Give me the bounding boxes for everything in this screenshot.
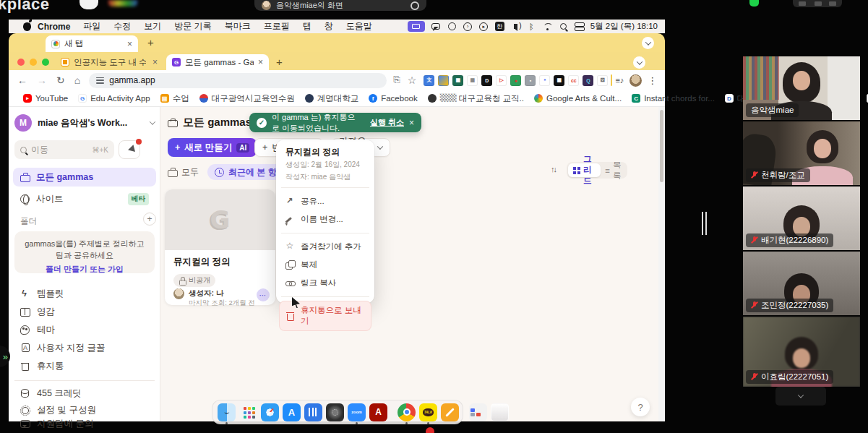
bookmark-facebook[interactable]: fFacebook (369, 94, 418, 103)
sidebar-item-settings-members[interactable]: 설정 및 구성원 (20, 404, 96, 416)
reload-button[interactable]: ↻ (56, 74, 65, 86)
chrome-icon[interactable] (398, 403, 416, 421)
wifi-icon[interactable] (543, 22, 552, 31)
translate-extension-icon[interactable]: 文 (424, 75, 434, 86)
bookmark-arts-culture[interactable]: Google Arts & Cult... (534, 94, 622, 103)
menubar-app-name[interactable]: Chrome (31, 22, 77, 32)
extensions-puzzle-icon[interactable]: ⚄ (597, 75, 608, 86)
bluetooth-icon[interactable]: ᛒ (527, 22, 536, 31)
chat-status-icon[interactable] (431, 22, 441, 31)
menu-view[interactable]: 보기 (137, 20, 168, 33)
bookmark-daegu-edu[interactable]: 대구광역시교육연수원 (199, 93, 295, 104)
bookmark-class[interactable]: ▤수업 (160, 93, 189, 104)
profile-avatar[interactable] (629, 74, 642, 87)
q-purple-extension-icon[interactable]: Q (583, 75, 593, 86)
background-tab-new-tab[interactable]: 새 탭 × (46, 35, 138, 52)
grid-view-button[interactable]: 그리드 (568, 163, 601, 177)
volume-icon[interactable] (511, 22, 520, 31)
participant-video-1[interactable]: 음악샘miae (743, 56, 860, 120)
sidebar-item-custom-fonts[interactable]: 사용자 지정 글꼴 (20, 342, 105, 354)
back-button[interactable]: ← (17, 74, 27, 86)
create-new-button[interactable]: + 새로 만들기 AI (168, 138, 257, 157)
screen-share-menubar-icon[interactable] (408, 21, 425, 32)
menu-item-duplicate[interactable]: 복제 (280, 256, 371, 274)
sort-icon[interactable]: ↑↓ (551, 165, 556, 173)
send-to-device-icon[interactable]: ⎘ (393, 74, 400, 86)
app-store-icon[interactable]: A (283, 403, 301, 421)
play-status-icon[interactable]: ▸ (479, 22, 489, 31)
kakaotalk-icon[interactable]: TALK (419, 403, 437, 421)
sidebar-item-all-gammas[interactable]: 모든 gammas (13, 168, 156, 187)
sidebar-item-inspiration[interactable]: 영감 (20, 306, 55, 318)
drive-extension-icon[interactable] (438, 75, 449, 86)
undo-link[interactable]: 실행 취소 (370, 117, 404, 128)
qr-code-extension-icon[interactable]: ▦ (554, 75, 564, 86)
bookmark-star-icon[interactable]: ☆ (408, 74, 417, 86)
announcements-button[interactable] (119, 140, 140, 159)
participant-video-5[interactable]: 이효림(22227051) (743, 317, 860, 387)
gamma-card-musical-definition[interactable]: G 뮤지컬의 정의 비공개 생성자: 나 마지막 조회: 2개월 전 ⋯ (165, 189, 275, 305)
browser-menu-kebab-icon[interactable]: ⋮ (648, 75, 657, 86)
workspace-switcher[interactable]: M miae 음악샘's Work... (14, 114, 155, 132)
reading-list-icon[interactable]: ≡♪ (615, 76, 624, 85)
settings-dial-icon[interactable] (326, 403, 344, 421)
widgets-icon[interactable] (469, 403, 487, 421)
card-extension-icon[interactable]: ▪ (525, 75, 536, 86)
help-button[interactable]: ? (631, 398, 650, 416)
green-pattern-extension-icon[interactable]: ▦ (452, 75, 463, 86)
menu-tab[interactable]: 탭 (296, 20, 318, 33)
control-center-icon[interactable] (575, 22, 584, 31)
menu-help[interactable]: 도움말 (340, 20, 379, 33)
menu-history[interactable]: 방문 기록 (168, 20, 218, 33)
recorder-extension-icon[interactable]: ● (510, 75, 521, 86)
tab-gamma[interactable]: G 모든 gammas - Gamma × (166, 54, 269, 70)
safari-icon[interactable] (261, 403, 279, 421)
menu-profiles[interactable]: 프로필 (257, 20, 296, 33)
window-traffic-lights[interactable] (17, 59, 49, 66)
filter-all[interactable]: 모두 (168, 166, 199, 179)
trash-dock-icon[interactable] (491, 403, 509, 421)
menu-item-send-to-trash[interactable]: 휴지통으로 보내기 (280, 301, 371, 330)
cut-off-meeting-controls[interactable] (793, 0, 842, 7)
korean-input-icon[interactable]: 한 (495, 22, 504, 31)
tab-ai-tools[interactable]: 인공지능 도구 내 수업에 적용하기 × (55, 54, 163, 70)
bookmark-daegu-office[interactable]: ▩▩ 대구교육청 교직.. (428, 93, 524, 104)
menu-item-favorite[interactable]: 즐겨찾기에 추가 (280, 238, 371, 256)
sidebar-item-trash[interactable]: 휴지통 (20, 360, 64, 372)
sidebar-item-themes[interactable]: 테마 (20, 324, 55, 336)
sidebar-item-templates[interactable]: 템플릿 (20, 288, 64, 300)
bookmark-edu-activity[interactable]: GEdu Activity App (78, 94, 150, 103)
search-input[interactable]: 이동 ⌘+K (14, 140, 114, 159)
participant-video-2[interactable]: 천휘람/조교 (743, 121, 860, 185)
chevron-status-icon[interactable]: › (463, 22, 473, 31)
apple-menu-icon[interactable] (23, 22, 31, 31)
new-tab-button[interactable]: + (147, 36, 154, 48)
list-view-button[interactable]: ≡ 목록 (601, 160, 626, 181)
tab-close-icon[interactable]: × (152, 57, 158, 67)
bookmark-keimyung[interactable]: 계명대학교 (305, 93, 359, 104)
sidebar-item-credits[interactable]: 455 크레딧 (20, 387, 82, 400)
home-button[interactable]: ⌂ (74, 74, 80, 86)
menu-edit[interactable]: 수정 (107, 20, 137, 33)
books-icon[interactable] (304, 403, 322, 421)
stop-share-red-button[interactable] (426, 427, 434, 433)
sidebar-item-sites[interactable]: 사이트 베타 (13, 189, 156, 208)
acrobat-icon[interactable]: A (369, 403, 387, 421)
forward-button[interactable]: → (37, 74, 47, 86)
card-menu-kebab-button[interactable]: ⋯ (257, 288, 270, 301)
sidebar-item-contact-support[interactable]: 지원팀에 문의 (20, 418, 93, 430)
add-folder-button[interactable]: + (143, 213, 156, 226)
pencil-app-icon[interactable] (441, 403, 459, 421)
menu-item-copy-link[interactable]: 링크 복사 (280, 274, 371, 292)
site-settings-icon[interactable] (96, 77, 104, 84)
page-scrollbar-thumb[interactable] (660, 110, 663, 182)
participant-video-3[interactable]: 배기현(22226890) (743, 187, 860, 250)
new-tab-button[interactable]: + (276, 56, 283, 68)
window-collapse-chevron[interactable] (642, 37, 654, 49)
cc-extension-icon[interactable]: cc (568, 75, 579, 86)
grid-extension-icon[interactable]: ▦ (467, 75, 478, 86)
address-bar[interactable]: gamma.app (89, 73, 387, 88)
bookmark-instant-chords[interactable]: CInstant chords for... (632, 94, 715, 103)
menu-file[interactable]: 파일 (77, 20, 107, 33)
zoom-icon[interactable]: zoom (348, 403, 366, 421)
